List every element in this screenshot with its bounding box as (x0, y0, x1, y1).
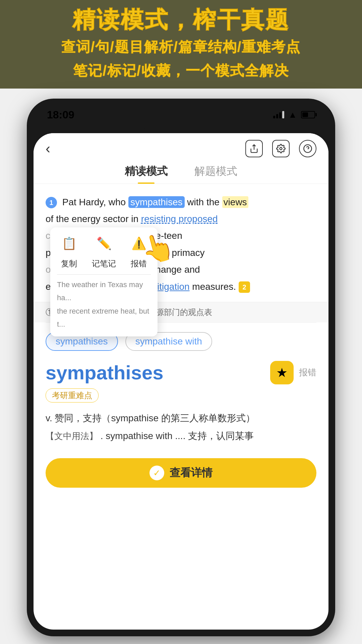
banner-title: 精读模式，榨干真题 (7, 6, 355, 34)
word-sympathises[interactable]: sympathises (128, 196, 185, 208)
app-topbar: ‹ (34, 133, 328, 161)
popup-note[interactable]: ✏️ 记笔记 (92, 233, 116, 271)
banner-subtitle2: 笔记/标记/收藏，一个模式全解决 (7, 60, 355, 81)
status-icons: ▲ (273, 110, 315, 120)
popup-menu: 📋 复制 ✏️ 记笔记 ⚠️ 报错 (50, 227, 158, 336)
phone-screen: ‹ (34, 133, 328, 630)
phone-wrapper: 18:09 ▲ ‹ (0, 89, 362, 636)
wifi-icon: ▲ (288, 110, 297, 120)
status-time: 18:09 (47, 109, 74, 121)
report-icon: ⚠️ (131, 233, 146, 255)
tab-jingdu[interactable]: 精读模式 (125, 164, 168, 183)
report-label: 报错 (131, 256, 147, 271)
help-icon[interactable] (299, 140, 316, 157)
word-main: sympathises (46, 361, 163, 384)
para-num-1: 1 (46, 197, 57, 208)
word-actions: ★ 报错 (270, 361, 316, 384)
top-banner: 精读模式，榨干真题 查词/句/题目解析/篇章结构/重难考点 笔记/标记/收藏，一… (0, 0, 362, 89)
word-pos: v. 赞同，支持（sympathise 的第三人称单数形式） (46, 409, 316, 427)
popup-actions: 📋 复制 ✏️ 记笔记 ⚠️ 报错 (57, 233, 151, 271)
signal-icon (273, 111, 284, 118)
view-detail-icon: ✓ (149, 466, 164, 480)
back-button[interactable]: ‹ (46, 142, 50, 156)
note-icon: ✏️ (97, 233, 112, 255)
copy-label: 复制 (61, 256, 77, 271)
tabs: 精读模式 解题模式 (34, 161, 328, 184)
phrase-resisting-proposed[interactable]: resisting proposed (141, 214, 218, 224)
popup-divider (57, 274, 151, 275)
para-num-2: 2 (239, 281, 250, 293)
svg-point-0 (280, 147, 282, 150)
note-label: 记笔记 (92, 256, 116, 271)
phone-frame: 18:09 ▲ ‹ (27, 99, 335, 636)
banner-subtitle1: 查词/句/题目解析/篇章结构/重难考点 (7, 36, 355, 57)
popup-hint: The weather in Texas may ha...the recent… (57, 278, 151, 331)
word-usage: 【文中用法】 . sympathise with .... 支持，认同某事 (46, 427, 316, 445)
phone-notch (144, 121, 218, 133)
star-button[interactable]: ★ (270, 361, 294, 384)
report-button[interactable]: 报错 (299, 367, 316, 378)
share-icon[interactable] (245, 140, 263, 157)
view-detail-button[interactable]: ✓ 查看详情 (46, 458, 316, 488)
copy-icon: 📋 (62, 233, 77, 255)
tag-badge: 考研重难点 (46, 388, 99, 402)
reading-content: 1 Pat Hardy, who sympathises with the vi… (34, 184, 328, 302)
status-bar: 18:09 ▲ (34, 105, 328, 121)
star-icon: ★ (276, 365, 288, 380)
view-detail-text: 查看详情 (170, 466, 213, 480)
popup-report[interactable]: ⚠️ 报错 (131, 233, 147, 271)
settings-icon[interactable] (272, 140, 290, 157)
word-main-row: sympathises ★ 报错 (46, 361, 316, 384)
popup-copy[interactable]: 📋 复制 (61, 233, 77, 271)
topbar-actions (245, 140, 316, 157)
tab-jieti[interactable]: 解题模式 (194, 164, 237, 183)
word-views[interactable]: views (222, 196, 248, 208)
battery-icon (301, 111, 315, 118)
word-def-section: sympathises ★ 报错 考研重难点 v. 赞同，支持（sympathi… (34, 358, 328, 451)
